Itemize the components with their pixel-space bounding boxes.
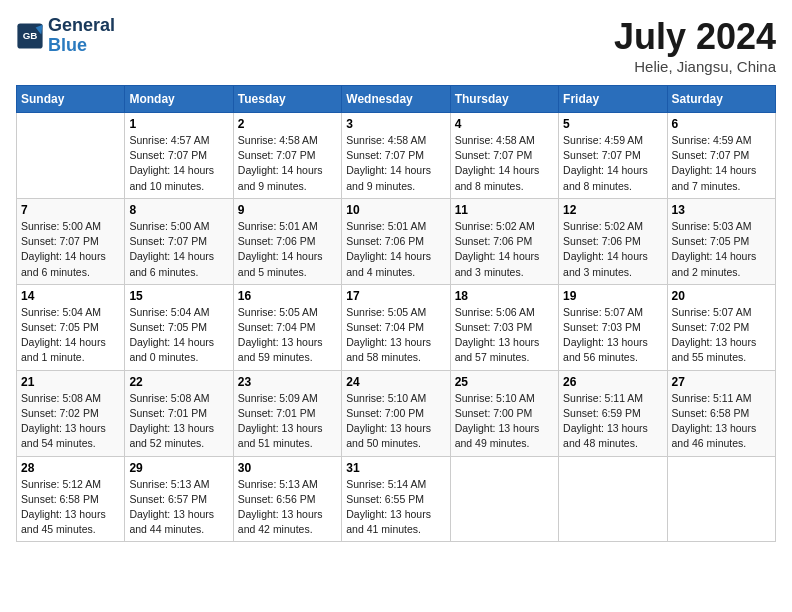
sunset-label: Sunset: 7:07 PM — [129, 235, 207, 247]
weekday-header-row: SundayMondayTuesdayWednesdayThursdayFrid… — [17, 86, 776, 113]
calendar-cell — [450, 456, 558, 542]
day-info: Sunrise: 5:04 AM Sunset: 7:05 PM Dayligh… — [129, 305, 228, 366]
day-info: Sunrise: 5:13 AM Sunset: 6:56 PM Dayligh… — [238, 477, 337, 538]
sunrise-label: Sunrise: 5:03 AM — [672, 220, 752, 232]
day-number: 6 — [672, 117, 771, 131]
day-info: Sunrise: 5:04 AM Sunset: 7:05 PM Dayligh… — [21, 305, 120, 366]
day-number: 14 — [21, 289, 120, 303]
sunset-label: Sunset: 7:03 PM — [563, 321, 641, 333]
day-info: Sunrise: 5:11 AM Sunset: 6:59 PM Dayligh… — [563, 391, 662, 452]
sunset-label: Sunset: 7:01 PM — [238, 407, 316, 419]
day-info: Sunrise: 5:09 AM Sunset: 7:01 PM Dayligh… — [238, 391, 337, 452]
sunrise-label: Sunrise: 5:06 AM — [455, 306, 535, 318]
weekday-header-friday: Friday — [559, 86, 667, 113]
weekday-header-sunday: Sunday — [17, 86, 125, 113]
daylight-label: Daylight: 13 hours and 55 minutes. — [672, 336, 757, 363]
sunrise-label: Sunrise: 4:58 AM — [346, 134, 426, 146]
sunrise-label: Sunrise: 5:07 AM — [563, 306, 643, 318]
daylight-label: Daylight: 13 hours and 52 minutes. — [129, 422, 214, 449]
calendar-cell: 7 Sunrise: 5:00 AM Sunset: 7:07 PM Dayli… — [17, 198, 125, 284]
sunrise-label: Sunrise: 4:59 AM — [563, 134, 643, 146]
sunrise-label: Sunrise: 5:08 AM — [129, 392, 209, 404]
day-number: 12 — [563, 203, 662, 217]
sunset-label: Sunset: 6:57 PM — [129, 493, 207, 505]
calendar-cell: 17 Sunrise: 5:05 AM Sunset: 7:04 PM Dayl… — [342, 284, 450, 370]
calendar-cell: 13 Sunrise: 5:03 AM Sunset: 7:05 PM Dayl… — [667, 198, 775, 284]
day-info: Sunrise: 5:03 AM Sunset: 7:05 PM Dayligh… — [672, 219, 771, 280]
calendar-cell: 24 Sunrise: 5:10 AM Sunset: 7:00 PM Dayl… — [342, 370, 450, 456]
sunrise-label: Sunrise: 5:13 AM — [129, 478, 209, 490]
daylight-label: Daylight: 14 hours and 1 minute. — [21, 336, 106, 363]
daylight-label: Daylight: 14 hours and 9 minutes. — [346, 164, 431, 191]
daylight-label: Daylight: 14 hours and 5 minutes. — [238, 250, 323, 277]
sunset-label: Sunset: 6:56 PM — [238, 493, 316, 505]
sunrise-label: Sunrise: 5:04 AM — [129, 306, 209, 318]
day-number: 26 — [563, 375, 662, 389]
sunset-label: Sunset: 7:06 PM — [455, 235, 533, 247]
day-number: 2 — [238, 117, 337, 131]
daylight-label: Daylight: 13 hours and 41 minutes. — [346, 508, 431, 535]
sunset-label: Sunset: 7:02 PM — [672, 321, 750, 333]
sunset-label: Sunset: 7:00 PM — [455, 407, 533, 419]
calendar-cell: 9 Sunrise: 5:01 AM Sunset: 7:06 PM Dayli… — [233, 198, 341, 284]
sunrise-label: Sunrise: 5:09 AM — [238, 392, 318, 404]
day-info: Sunrise: 4:58 AM Sunset: 7:07 PM Dayligh… — [346, 133, 445, 194]
sunrise-label: Sunrise: 5:13 AM — [238, 478, 318, 490]
calendar-cell: 14 Sunrise: 5:04 AM Sunset: 7:05 PM Dayl… — [17, 284, 125, 370]
day-number: 23 — [238, 375, 337, 389]
day-info: Sunrise: 5:06 AM Sunset: 7:03 PM Dayligh… — [455, 305, 554, 366]
day-info: Sunrise: 5:13 AM Sunset: 6:57 PM Dayligh… — [129, 477, 228, 538]
day-number: 19 — [563, 289, 662, 303]
sunrise-label: Sunrise: 5:05 AM — [346, 306, 426, 318]
logo-icon: GB — [16, 22, 44, 50]
day-info: Sunrise: 5:05 AM Sunset: 7:04 PM Dayligh… — [238, 305, 337, 366]
sunrise-label: Sunrise: 5:07 AM — [672, 306, 752, 318]
logo: GB General Blue — [16, 16, 115, 56]
day-number: 18 — [455, 289, 554, 303]
calendar-cell: 20 Sunrise: 5:07 AM Sunset: 7:02 PM Dayl… — [667, 284, 775, 370]
weekday-header-wednesday: Wednesday — [342, 86, 450, 113]
sunset-label: Sunset: 7:07 PM — [672, 149, 750, 161]
calendar-cell: 11 Sunrise: 5:02 AM Sunset: 7:06 PM Dayl… — [450, 198, 558, 284]
daylight-label: Daylight: 13 hours and 58 minutes. — [346, 336, 431, 363]
calendar-cell: 23 Sunrise: 5:09 AM Sunset: 7:01 PM Dayl… — [233, 370, 341, 456]
day-number: 15 — [129, 289, 228, 303]
day-info: Sunrise: 5:00 AM Sunset: 7:07 PM Dayligh… — [21, 219, 120, 280]
day-number: 27 — [672, 375, 771, 389]
daylight-label: Daylight: 14 hours and 6 minutes. — [129, 250, 214, 277]
day-number: 1 — [129, 117, 228, 131]
day-number: 25 — [455, 375, 554, 389]
calendar-cell: 30 Sunrise: 5:13 AM Sunset: 6:56 PM Dayl… — [233, 456, 341, 542]
calendar-cell: 18 Sunrise: 5:06 AM Sunset: 7:03 PM Dayl… — [450, 284, 558, 370]
day-info: Sunrise: 4:59 AM Sunset: 7:07 PM Dayligh… — [563, 133, 662, 194]
day-info: Sunrise: 4:58 AM Sunset: 7:07 PM Dayligh… — [238, 133, 337, 194]
day-number: 5 — [563, 117, 662, 131]
page-subtitle: Helie, Jiangsu, China — [614, 58, 776, 75]
sunset-label: Sunset: 7:02 PM — [21, 407, 99, 419]
sunset-label: Sunset: 6:58 PM — [672, 407, 750, 419]
weekday-header-saturday: Saturday — [667, 86, 775, 113]
calendar-cell: 5 Sunrise: 4:59 AM Sunset: 7:07 PM Dayli… — [559, 113, 667, 199]
daylight-label: Daylight: 14 hours and 4 minutes. — [346, 250, 431, 277]
sunset-label: Sunset: 7:07 PM — [21, 235, 99, 247]
sunrise-label: Sunrise: 5:12 AM — [21, 478, 101, 490]
sunrise-label: Sunrise: 5:00 AM — [129, 220, 209, 232]
day-info: Sunrise: 5:10 AM Sunset: 7:00 PM Dayligh… — [455, 391, 554, 452]
title-block: July 2024 Helie, Jiangsu, China — [614, 16, 776, 75]
sunrise-label: Sunrise: 5:02 AM — [455, 220, 535, 232]
week-row-4: 21 Sunrise: 5:08 AM Sunset: 7:02 PM Dayl… — [17, 370, 776, 456]
day-number: 9 — [238, 203, 337, 217]
day-number: 11 — [455, 203, 554, 217]
page-title: July 2024 — [614, 16, 776, 58]
day-number: 20 — [672, 289, 771, 303]
day-number: 13 — [672, 203, 771, 217]
weekday-header-monday: Monday — [125, 86, 233, 113]
daylight-label: Daylight: 14 hours and 3 minutes. — [563, 250, 648, 277]
daylight-label: Daylight: 13 hours and 49 minutes. — [455, 422, 540, 449]
sunset-label: Sunset: 7:04 PM — [238, 321, 316, 333]
daylight-label: Daylight: 13 hours and 59 minutes. — [238, 336, 323, 363]
day-number: 22 — [129, 375, 228, 389]
day-number: 7 — [21, 203, 120, 217]
sunset-label: Sunset: 7:05 PM — [672, 235, 750, 247]
calendar-cell — [667, 456, 775, 542]
